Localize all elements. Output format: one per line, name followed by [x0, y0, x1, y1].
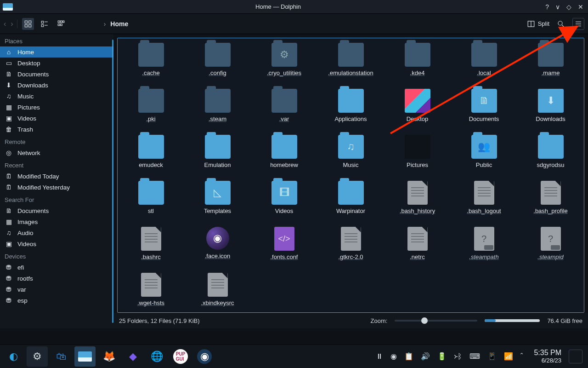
- minimize-icon[interactable]: ∨: [555, 3, 560, 11]
- sidebar-item-rootfs[interactable]: ⛃rootfs: [0, 273, 113, 284]
- file-item[interactable]: ◺Templates: [184, 178, 251, 224]
- tray-bluetooth-icon[interactable]: ᚛ᛒ: [454, 352, 462, 361]
- tray-device-icon[interactable]: 📱: [487, 352, 497, 361]
- help-icon[interactable]: ?: [545, 3, 549, 11]
- sidebar-item-desktop[interactable]: ▭Desktop: [0, 58, 113, 69]
- sidebar-item-videos[interactable]: ▣Videos: [0, 238, 113, 249]
- sidebar-item-home[interactable]: ⌂Home: [0, 46, 113, 58]
- svg-rect-12: [60, 24, 62, 26]
- maximize-icon[interactable]: ◇: [566, 3, 571, 11]
- sidebar-scrollbar[interactable]: [112, 40, 113, 323]
- file-item[interactable]: ♫Music: [317, 132, 384, 178]
- tray-media-icon[interactable]: ⏸: [376, 352, 383, 361]
- file-item[interactable]: ?.steampath: [451, 224, 517, 270]
- sidebar-item-modified-today[interactable]: 🗓Modified Today: [0, 171, 113, 182]
- file-item[interactable]: homebrew: [251, 132, 317, 178]
- taskbar-app-lutris[interactable]: ◆: [122, 346, 143, 367]
- taskbar-app-settings[interactable]: ⚙: [27, 346, 48, 367]
- file-item[interactable]: .pki: [118, 86, 184, 132]
- file-item[interactable]: .bashrc: [118, 224, 184, 270]
- show-desktop-button[interactable]: [569, 350, 582, 363]
- svg-line-16: [562, 25, 564, 27]
- nav-forward-icon[interactable]: ›: [11, 20, 13, 28]
- sidebar-item-network[interactable]: ◎Network: [0, 147, 113, 158]
- file-item[interactable]: 🗎Documents: [451, 86, 517, 132]
- svg-rect-8: [58, 21, 60, 23]
- file-item[interactable]: stl: [118, 178, 184, 224]
- taskbar-app-chrome[interactable]: 🌐: [146, 346, 167, 367]
- sidebar-item-videos[interactable]: ▣Videos: [0, 113, 113, 124]
- file-item[interactable]: Pictures: [384, 132, 451, 178]
- nav-back-icon[interactable]: ‹: [4, 20, 6, 28]
- sidebar-item-efi[interactable]: ⛃efi: [0, 262, 113, 273]
- file-item[interactable]: .var: [251, 86, 317, 132]
- file-item[interactable]: sdgyrodsu: [517, 132, 584, 178]
- file-item[interactable]: .gtkrc-2.0: [317, 224, 384, 270]
- tray-steam-icon[interactable]: ◉: [390, 352, 397, 361]
- file-item[interactable]: Warpinator: [317, 178, 384, 224]
- file-item[interactable]: </>.fonts.conf: [251, 224, 317, 270]
- taskbar-app-steam[interactable]: ◉: [194, 346, 215, 367]
- file-item[interactable]: .bash_profile: [517, 178, 584, 224]
- sidebar-item-downloads[interactable]: ⬇Downloads: [0, 80, 113, 91]
- file-item[interactable]: .wget-hsts: [118, 270, 184, 313]
- sidebar-item-audio[interactable]: ♫Audio: [0, 227, 113, 238]
- file-item[interactable]: .bash_logout: [451, 178, 517, 224]
- file-item[interactable]: ?.steampid: [517, 224, 584, 270]
- file-item[interactable]: .cache: [118, 40, 184, 86]
- svg-rect-0: [25, 21, 27, 23]
- hamburger-menu-button[interactable]: [572, 18, 584, 30]
- sidebar-item-esp[interactable]: ⛃esp: [0, 295, 113, 306]
- sidebar-item-var[interactable]: ⛃var: [0, 284, 113, 295]
- taskbar-app-store[interactable]: 🛍: [51, 346, 72, 367]
- file-item[interactable]: ⚙.cryo_utilities: [251, 40, 317, 86]
- file-item[interactable]: Emulation: [184, 132, 251, 178]
- file-grid[interactable]: .cache.config⚙.cryo_utilities.emulations…: [117, 38, 584, 313]
- sidebar-item-music[interactable]: ♫Music: [0, 91, 113, 102]
- taskbar-app-firefox[interactable]: 🦊: [98, 346, 119, 367]
- sidebar-item-modified-yesterday[interactable]: 🗓Modified Yesterday: [0, 182, 113, 193]
- file-item[interactable]: .steam: [184, 86, 251, 132]
- tray-expand-icon[interactable]: ˆ: [520, 352, 523, 361]
- view-details-button[interactable]: [55, 18, 67, 30]
- clock-date: 6/28/23: [534, 357, 561, 364]
- tray-volume-icon[interactable]: 🔊: [421, 352, 430, 361]
- file-item[interactable]: Applications: [317, 86, 384, 132]
- file-item[interactable]: .netrc: [384, 224, 451, 270]
- file-item[interactable]: 👥Public: [451, 132, 517, 178]
- file-item[interactable]: .kde4: [384, 40, 451, 86]
- file-item[interactable]: 🎞Videos: [251, 178, 317, 224]
- file-item[interactable]: .config: [184, 40, 251, 86]
- file-item[interactable]: Desktop: [384, 86, 451, 132]
- zoom-slider[interactable]: [395, 320, 477, 322]
- svg-rect-1: [28, 21, 31, 23]
- file-item[interactable]: .local: [451, 40, 517, 86]
- taskbar-app-dolphin[interactable]: [74, 346, 96, 367]
- start-button[interactable]: ◐: [3, 346, 24, 367]
- split-view-button[interactable]: Split: [527, 20, 549, 28]
- file-item[interactable]: ◉.face.icon: [184, 224, 251, 270]
- tray-battery-icon[interactable]: 🔋: [437, 352, 447, 361]
- view-icons-button[interactable]: [22, 18, 34, 30]
- file-item[interactable]: Downloads: [517, 86, 584, 132]
- search-button[interactable]: [555, 18, 567, 30]
- tray-keyboard-icon[interactable]: ⌨: [469, 352, 480, 361]
- tray-wifi-icon[interactable]: 📶: [504, 352, 513, 361]
- file-item[interactable]: .mame: [517, 40, 584, 86]
- sidebar-item-pictures[interactable]: ▦Pictures: [0, 102, 113, 113]
- taskbar-app-protonup[interactable]: PUPGUI: [170, 346, 191, 367]
- file-item[interactable]: .bash_history: [384, 178, 451, 224]
- close-icon[interactable]: ✕: [578, 3, 583, 11]
- sidebar-item-images[interactable]: ▦Images: [0, 216, 113, 227]
- sidebar-item-trash[interactable]: 🗑Trash: [0, 124, 113, 135]
- file-item[interactable]: emudeck: [118, 132, 184, 178]
- breadcrumb[interactable]: › Home: [104, 20, 129, 28]
- view-compact-button[interactable]: [39, 18, 51, 30]
- file-item[interactable]: .emulationstation: [317, 40, 384, 86]
- tray-clipboard-icon[interactable]: 📋: [404, 352, 413, 361]
- sidebar-item-documents[interactable]: 🗎Documents: [0, 69, 113, 80]
- taskbar-clock[interactable]: 5:35 PM 6/28/23: [529, 348, 566, 364]
- file-item[interactable]: .xbindkeysrc: [184, 270, 251, 313]
- sidebar-item-documents[interactable]: 🗎Documents: [0, 205, 113, 216]
- window-titlebar: Home — Dolphin ? ∨ ◇ ✕: [0, 0, 588, 14]
